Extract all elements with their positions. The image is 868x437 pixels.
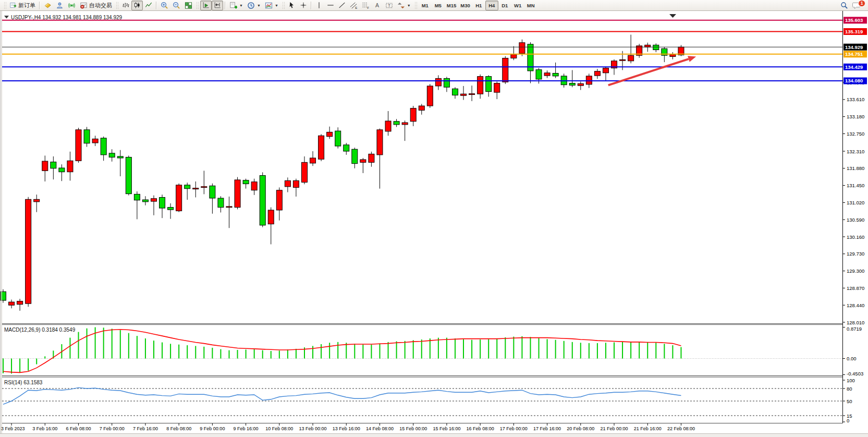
- periods-button[interactable]: ▼: [245, 1, 263, 10]
- vertical-line-button[interactable]: [313, 1, 325, 10]
- fibonacci-button[interactable]: F: [360, 1, 372, 10]
- candle-body: [285, 180, 290, 186]
- time-axis-label: 3 Feb 16:00: [32, 426, 57, 431]
- candle-body: [645, 45, 651, 47]
- timeframe-group: M1M5M15M30H1H4D1W1MN: [419, 1, 537, 10]
- text-label-button[interactable]: T: [383, 1, 395, 10]
- timeframe-M15[interactable]: M15: [445, 1, 458, 10]
- candle-body: [452, 89, 458, 95]
- price-badge-label: 134.929: [845, 44, 863, 50]
- timeframe-M30[interactable]: M30: [458, 1, 472, 10]
- time-axis-label: 14 Feb 08:00: [366, 426, 394, 431]
- time-axis-label: 8 Feb 08:00: [166, 426, 191, 431]
- toolbar-gripper[interactable]: [282, 2, 285, 9]
- text-button[interactable]: A: [372, 1, 383, 10]
- periods-icon: [247, 2, 255, 9]
- candle-body: [653, 45, 659, 50]
- profiles-button[interactable]: [54, 1, 66, 10]
- toolbar: 新订单 自动交易 ▼ ▼: [0, 0, 868, 11]
- dropdown-caret: ▼: [239, 4, 243, 7]
- time-axis-label: 17 Feb 00:00: [500, 426, 528, 431]
- macd-axis-label: 0.00: [847, 356, 857, 361]
- candle-body: [34, 199, 40, 202]
- price-badge-label: 135.603: [845, 17, 863, 23]
- timeframe-H1[interactable]: H1: [472, 1, 485, 10]
- line-chart-button[interactable]: [143, 1, 154, 10]
- svg-text:A: A: [375, 2, 379, 8]
- timeframe-W1[interactable]: W1: [511, 1, 524, 10]
- timeframe-M5[interactable]: M5: [432, 1, 445, 10]
- separator: [39, 2, 40, 9]
- auto-scroll-button[interactable]: [200, 1, 212, 10]
- shapes-button[interactable]: ▼: [395, 1, 413, 10]
- candle-body: [276, 190, 282, 210]
- price-tick-label: 130.160: [847, 234, 864, 240]
- bars-chart-icon: [122, 2, 129, 9]
- price-tick-label: 131.020: [847, 200, 864, 205]
- toolbar-gripper[interactable]: [196, 2, 199, 9]
- bars-chart-button[interactable]: [120, 1, 131, 10]
- vertical-line-icon: [315, 2, 323, 9]
- search-button[interactable]: [838, 1, 850, 10]
- timeframe-MN[interactable]: MN: [524, 1, 537, 10]
- price-tick-label: 130.590: [847, 217, 864, 223]
- signals-button[interactable]: [66, 1, 78, 10]
- autotrading-icon: [80, 2, 88, 9]
- tile-windows-button[interactable]: [182, 1, 194, 10]
- fibonacci-icon: F: [362, 2, 370, 9]
- toolbar-gripper[interactable]: [414, 2, 417, 9]
- toolbar-gripper[interactable]: [4, 2, 6, 9]
- new-order-button[interactable]: 新订单: [8, 1, 38, 10]
- candle-body: [385, 121, 391, 131]
- candle-body: [109, 153, 115, 157]
- crosshair-button[interactable]: [298, 1, 309, 10]
- candle-body: [544, 73, 550, 76]
- autotrading-button[interactable]: 自动交易: [78, 1, 114, 10]
- macd-label: MACD(12,26,9) 0.3184 0.3549: [4, 327, 76, 333]
- candle-body: [76, 130, 81, 161]
- time-axis-label: 10 Feb 08:00: [265, 426, 293, 431]
- candle-body: [9, 302, 15, 305]
- price-tick-label: 132.750: [847, 131, 864, 137]
- timeframe-H4[interactable]: H4: [485, 1, 498, 10]
- equidistant-channel-icon: E: [350, 2, 358, 9]
- candle-body: [594, 71, 600, 76]
- candle-body: [17, 301, 23, 305]
- candle-body: [26, 199, 31, 304]
- add-indicator-button[interactable]: ▼: [227, 1, 245, 10]
- candle-body: [628, 55, 634, 61]
- candles-chart-icon: [133, 2, 141, 9]
- price-badge-label: 134.429: [845, 64, 863, 70]
- zoom-out-button[interactable]: [170, 1, 182, 10]
- price-tick-label: 129.730: [847, 251, 864, 257]
- time-axis-label: 13 Feb 00:00: [299, 426, 327, 431]
- candle-body: [176, 185, 182, 211]
- templates-button[interactable]: ▼: [263, 1, 280, 10]
- horizontal-line-button[interactable]: [325, 1, 336, 10]
- macd-axis-label: -0.4503: [847, 371, 863, 377]
- price-tick-label: 128.440: [847, 302, 864, 308]
- metaeditor-button[interactable]: [42, 1, 54, 10]
- trend-line-button[interactable]: [336, 1, 348, 10]
- new-order-label: 新订单: [18, 2, 35, 9]
- time-axis-label: 13 Feb 16:00: [333, 426, 360, 431]
- timeframe-M1[interactable]: M1: [419, 1, 432, 10]
- timeframe-D1[interactable]: D1: [498, 1, 511, 10]
- chart-canvas[interactable]: 134.040133.610133.180132.750132.310131.8…: [0, 0, 868, 437]
- candle-body: [126, 157, 131, 193]
- candle-body: [160, 197, 165, 208]
- toolbar-gripper[interactable]: [116, 2, 118, 9]
- candle-body: [101, 138, 106, 155]
- cursor-button[interactable]: [286, 1, 298, 10]
- candles-chart-button[interactable]: [131, 1, 143, 10]
- candle-body: [59, 168, 65, 172]
- time-axis-label: 20 Feb 08:00: [567, 426, 594, 431]
- zoom-in-button[interactable]: [158, 1, 170, 10]
- tile-windows-icon: [185, 2, 192, 9]
- search-icon: [840, 2, 848, 9]
- chart-shift-button[interactable]: [212, 1, 223, 10]
- dropdown-caret: ▼: [257, 4, 261, 7]
- candle-body: [327, 132, 333, 136]
- chat-button[interactable]: 1: [850, 1, 863, 10]
- equidistant-channel-button[interactable]: E: [348, 1, 360, 10]
